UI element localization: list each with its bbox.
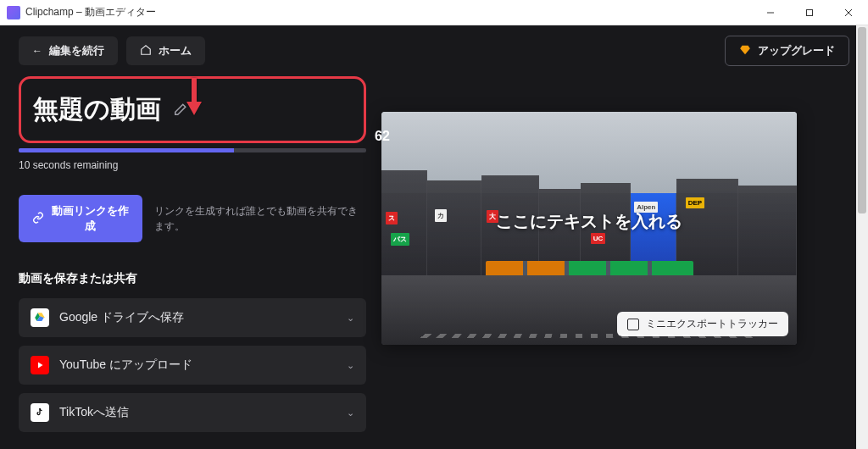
export-progress-fill bbox=[19, 148, 234, 152]
continue-editing-label: 編集を続行 bbox=[49, 43, 104, 58]
scrollbar-thumb[interactable] bbox=[858, 27, 866, 213]
home-button[interactable]: ホーム bbox=[126, 36, 205, 65]
google-drive-icon bbox=[31, 308, 49, 327]
chevron-down-icon: ⌄ bbox=[347, 360, 354, 371]
chevron-down-icon: ⌄ bbox=[347, 407, 354, 419]
create-video-link-button[interactable]: 動画リンクを作成 bbox=[19, 195, 142, 242]
continue-editing-button[interactable]: ← 編集を続行 bbox=[19, 36, 118, 65]
video-title[interactable]: 無題の動画 bbox=[33, 92, 161, 127]
save-share-title: 動画を保存または共有 bbox=[19, 271, 366, 286]
export-remaining-text: 10 seconds remaining bbox=[19, 159, 366, 171]
window-title: Clipchamp – 動画エディター bbox=[25, 5, 751, 19]
link-icon bbox=[32, 212, 44, 226]
create-link-label: 動画リンクを作成 bbox=[51, 203, 129, 234]
create-link-description: リンクを生成すれば誰とでも動画を共有できます。 bbox=[154, 203, 366, 234]
main-content: 無題の動画 10 seconds remaining 動画リンクを作成 リンクを… bbox=[0, 76, 856, 449]
tiktok-icon bbox=[31, 403, 49, 422]
share-youtube[interactable]: YouTube にアップロード ⌄ bbox=[19, 346, 366, 385]
arrow-left-icon: ← bbox=[32, 45, 42, 57]
page-scrollbar[interactable] bbox=[856, 25, 868, 449]
youtube-icon bbox=[31, 356, 49, 374]
mini-tracker-label: ミニエクスポートトラッカー bbox=[646, 317, 778, 331]
top-nav: ← 編集を続行 ホーム アップグレード bbox=[0, 25, 868, 76]
share-google-drive[interactable]: Google ドライブへ保存 ⌄ bbox=[19, 298, 366, 337]
video-preview: ス パス カ 大 UC A bbox=[381, 112, 797, 345]
mini-export-tracker-button[interactable]: ミニエクスポートトラッカー bbox=[617, 312, 788, 336]
svg-rect-1 bbox=[807, 9, 813, 15]
window-titlebar: Clipchamp – 動画エディター bbox=[0, 0, 868, 25]
progress-percent-text: 62 bbox=[375, 129, 390, 144]
edit-title-icon[interactable] bbox=[170, 100, 190, 120]
window-maximize-button[interactable] bbox=[790, 0, 829, 25]
video-title-block: 無題の動画 bbox=[19, 76, 366, 143]
share-tiktok[interactable]: TikTokへ送信 ⌄ bbox=[19, 393, 366, 432]
create-link-row: 動画リンクを作成 リンクを生成すれば誰とでも動画を共有できます。 bbox=[19, 195, 366, 242]
export-progress-bar bbox=[19, 148, 366, 152]
export-panel: 無題の動画 10 seconds remaining 動画リンクを作成 リンクを… bbox=[19, 76, 366, 449]
chevron-down-icon: ⌄ bbox=[347, 313, 354, 324]
diamond-icon bbox=[739, 44, 751, 58]
tracker-icon bbox=[627, 319, 639, 330]
share-item-label: TikTokへ送信 bbox=[59, 405, 129, 420]
app-icon bbox=[7, 6, 20, 19]
app-body: ← 編集を続行 ホーム アップグレード 無題の動画 bbox=[0, 25, 868, 449]
home-label: ホーム bbox=[159, 43, 192, 58]
home-icon bbox=[140, 44, 152, 58]
upgrade-label: アップグレード bbox=[758, 43, 835, 58]
window-close-button[interactable] bbox=[829, 0, 868, 25]
preview-panel: 62 ス パス カ 大 bbox=[381, 112, 837, 449]
share-item-label: Google ドライブへ保存 bbox=[59, 310, 184, 325]
share-item-label: YouTube にアップロード bbox=[59, 358, 192, 373]
window-controls bbox=[751, 0, 868, 25]
preview-text-overlay: ここにテキストを入れる bbox=[381, 210, 797, 233]
window-minimize-button[interactable] bbox=[751, 0, 790, 25]
upgrade-button[interactable]: アップグレード bbox=[725, 36, 849, 66]
